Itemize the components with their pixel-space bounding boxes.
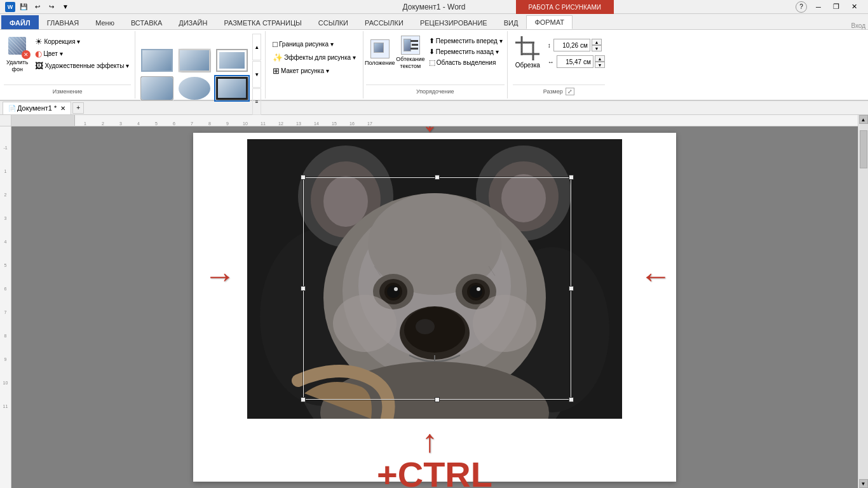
forward-button[interactable]: ⬆ Переместить вперед ▾ xyxy=(427,36,505,46)
redo-btn[interactable]: ↪ xyxy=(46,1,57,13)
help-button[interactable]: ? xyxy=(796,1,807,13)
doc-tab-name: Документ1 * xyxy=(17,104,57,112)
select-label: Область выделения xyxy=(437,59,496,66)
close-button[interactable]: ✕ xyxy=(845,1,863,13)
ruler-mark: 7 xyxy=(4,310,7,315)
style-6[interactable] xyxy=(214,75,250,102)
border-icon: □ xyxy=(273,39,278,49)
svg-point-28 xyxy=(477,287,480,291)
restore-button[interactable]: ❐ xyxy=(827,1,845,13)
gallery-down[interactable]: ▼ xyxy=(252,61,261,88)
tab-menu[interactable]: Меню xyxy=(87,15,123,29)
top-arrow: ↓ xyxy=(422,126,438,136)
title-bar: W 💾 ↩ ↪ ▼ Документ1 - Word РАБОТА С РИСУ… xyxy=(0,0,868,14)
crop-button[interactable]: Обрезка xyxy=(513,34,543,71)
ruler-mark: 5 xyxy=(4,263,7,268)
group-styles: ▲ ▼ ≡ Стили рисунков ⤢ xyxy=(135,31,266,98)
crop-icon xyxy=(515,36,539,60)
izmenenie-label: Изменение xyxy=(4,85,131,96)
height-down[interactable]: ▼ xyxy=(592,45,602,51)
delete-bg-button[interactable]: ✕ Удалитьфон xyxy=(4,34,31,74)
ruler-mark: 1 xyxy=(4,169,7,173)
back-label: Переместить назад ▾ xyxy=(436,48,499,55)
forward-icon: ⬆ xyxy=(429,37,435,45)
ruler-mark: 10 xyxy=(3,381,8,385)
tab-view[interactable]: ВИД xyxy=(496,15,527,29)
customize-btn[interactable]: ▼ xyxy=(60,1,71,13)
delete-bg-label: Удалитьфон xyxy=(6,59,28,73)
scroll-down-btn[interactable]: ▼ xyxy=(859,479,868,488)
scroll-thumb[interactable] xyxy=(860,130,867,168)
position-button[interactable]: Положение xyxy=(366,34,394,72)
ruler-num: 17 xyxy=(361,121,379,126)
vertical-scrollbar[interactable]: ▲ ▼ xyxy=(858,115,868,488)
back-button[interactable]: ⬇ Переместить назад ▾ xyxy=(427,47,505,57)
wrap-icon xyxy=(401,36,420,55)
tab-insert[interactable]: ВСТАВКА xyxy=(123,15,170,29)
save-btn[interactable]: 💾 xyxy=(18,1,29,13)
tab-mailings[interactable]: РАССЫЛКИ xyxy=(356,15,412,29)
scroll-up-btn[interactable]: ▲ xyxy=(859,115,868,124)
tab-format[interactable]: ФОРМАТ xyxy=(526,15,573,29)
work-header-band: РАБОТА С РИСУНКАМИ xyxy=(516,0,614,14)
new-tab-button[interactable]: + xyxy=(72,102,84,114)
tab-design[interactable]: ДИЗАЙН xyxy=(170,15,215,29)
minimize-button[interactable]: ─ xyxy=(810,1,827,13)
layout-label: Макет рисунка ▾ xyxy=(281,67,329,74)
ruler-mark: 8 xyxy=(4,334,7,338)
effects-label: Художественные эффекты ▾ xyxy=(44,62,129,69)
tab-layout[interactable]: РАЗМЕТКА СТРАНИЦЫ xyxy=(215,15,309,29)
wrap-button[interactable]: Обтеканиетекстом xyxy=(397,34,424,72)
ruler-num: 1 xyxy=(76,121,94,126)
size-label: Размер ⤢ xyxy=(513,85,605,96)
doc-tab-close[interactable]: ✕ xyxy=(60,105,65,112)
tab-review[interactable]: РЕЦЕНЗИРОВАНИЕ xyxy=(412,15,496,29)
ruler-num: 3 xyxy=(112,121,130,126)
left-arrow: → xyxy=(204,260,236,292)
size-dialog-launcher[interactable]: ⤢ xyxy=(566,88,574,95)
scroll-track xyxy=(859,124,868,479)
doc-tab[interactable]: 📄 Документ1 * ✕ xyxy=(3,102,71,114)
cvet-button[interactable]: ◐ Цвет ▾ xyxy=(33,48,131,59)
width-input[interactable] xyxy=(557,55,593,68)
sign-in-area[interactable]: Вход xyxy=(851,22,868,29)
ruler-corner xyxy=(0,115,11,126)
korrekciya-button[interactable]: ☀ Коррекция ▾ xyxy=(33,36,131,47)
svg-point-30 xyxy=(404,307,465,353)
style-4[interactable] xyxy=(139,75,175,102)
quick-access-toolbar: W 💾 ↩ ↪ ▼ xyxy=(5,1,71,13)
effects-pic-button[interactable]: ✨ Эффекты для рисунка ▾ xyxy=(271,52,358,63)
height-input[interactable] xyxy=(553,39,590,51)
tab-refs[interactable]: ССЫЛКИ xyxy=(310,15,356,29)
gallery-controls: ▲ ▼ ≡ xyxy=(252,34,261,115)
select-button[interactable]: ⬚ Область выделения xyxy=(427,58,505,67)
style-3[interactable] xyxy=(214,47,250,74)
svg-point-23 xyxy=(394,287,398,291)
left-margin-ruler xyxy=(11,115,75,126)
arrange-label: Упорядочение xyxy=(366,85,505,96)
gallery-more[interactable]: ≡ xyxy=(252,88,261,115)
tab-file[interactable]: ФАЙЛ xyxy=(1,15,39,29)
layout-button[interactable]: ⊞ Макет рисунка ▾ xyxy=(271,65,358,76)
height-up[interactable]: ▲ xyxy=(592,39,602,45)
style-1[interactable] xyxy=(139,47,175,74)
vertical-ruler: -1 1 2 3 4 5 6 7 8 9 10 xyxy=(0,126,11,488)
gallery-up[interactable]: ▲ xyxy=(252,34,261,60)
style-5[interactable] xyxy=(177,75,212,102)
effects-button[interactable]: 🖼 Художественные эффекты ▾ xyxy=(33,60,131,71)
width-down[interactable]: ▼ xyxy=(595,62,605,68)
svg-point-14 xyxy=(501,174,546,222)
style-2[interactable] xyxy=(177,47,212,74)
koala-image xyxy=(247,139,622,419)
undo-btn[interactable]: ↩ xyxy=(32,1,43,13)
wrap-label: Обтеканиетекстом xyxy=(396,56,424,70)
page-background: ↓ ↑ → ← +CTRL xyxy=(11,126,858,488)
korrekciya-label: Коррекция ▾ xyxy=(44,38,80,45)
tab-home[interactable]: ГЛАВНАЯ xyxy=(39,15,87,29)
group-size: Обрезка ↕ ▲ ▼ ↔ ▲ ▼ xyxy=(508,31,610,98)
width-up[interactable]: ▲ xyxy=(595,55,605,62)
border-button[interactable]: □ Граница рисунка ▾ xyxy=(271,39,358,50)
width-input-group: ↔ ▲ ▼ xyxy=(548,55,605,68)
ruler-num: 5 xyxy=(147,121,165,126)
height-spinners: ▲ ▼ xyxy=(592,39,602,51)
